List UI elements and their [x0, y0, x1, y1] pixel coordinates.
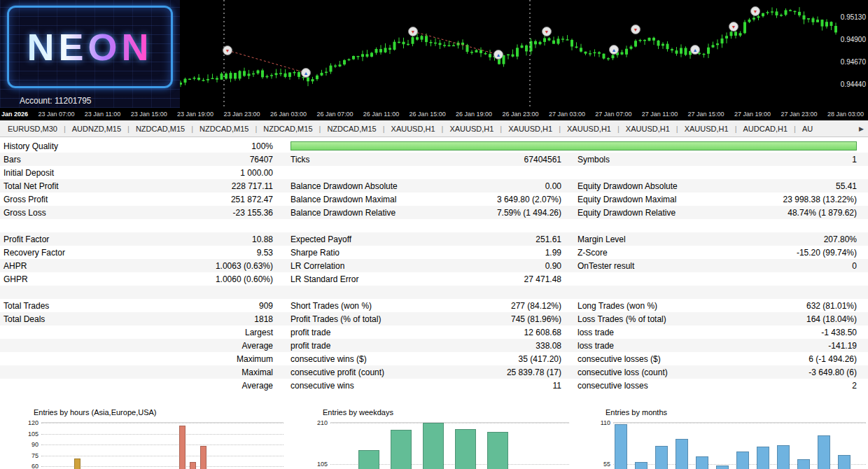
- report-tab[interactable]: NZDCAD,M15: [193, 125, 255, 133]
- stat-label: consecutive loss (count): [578, 368, 668, 377]
- stats-row: Averageconsecutive wins11consecutive los…: [0, 379, 868, 392]
- stat-value: 27 471.48: [524, 274, 561, 284]
- stat-label: Balance Drawdown Maximal: [290, 195, 396, 204]
- bar: [696, 456, 708, 469]
- stat-label: Total Trades: [4, 301, 49, 311]
- time-axis-label: 26 Jan 11:00: [363, 111, 399, 118]
- price-scale-label: 0.94440: [841, 80, 866, 88]
- stat-value: -3 649.80 (6): [808, 368, 857, 377]
- entries-by-hours-chart: Entries by hours (Asia,Europe,USA) 12010…: [24, 402, 284, 469]
- report-tab[interactable]: EURUSD,M30: [1, 125, 64, 133]
- entries-by-weekdays-chart: Entries by weekdays 210105: [314, 402, 569, 469]
- bar: [736, 451, 749, 469]
- stat-label: AHPR: [4, 261, 27, 271]
- bar: [179, 426, 186, 469]
- stat-label: Total Net Profit: [4, 181, 59, 191]
- trade-marker-sell[interactable]: ▼: [223, 46, 232, 55]
- stat-label: Gross Profit: [4, 195, 48, 204]
- trade-marker-buy[interactable]: ▲: [493, 50, 503, 59]
- stat-label: Profit Factor: [4, 234, 49, 244]
- report-tab[interactable]: XAUUSD,H1: [443, 125, 500, 133]
- stat-label: Equity Drawdown Maximal: [578, 195, 676, 204]
- stat-label: LR Correlation: [290, 261, 344, 271]
- stat-label: consecutive wins: [290, 381, 354, 391]
- entries-by-weekdays-plot: 210105: [330, 422, 569, 469]
- time-axis-label: 26 Jan 19:00: [456, 111, 492, 118]
- report-tab[interactable]: XAUUSD,H1: [502, 125, 559, 133]
- time-axis-label: 27 Jan 11:00: [642, 111, 678, 118]
- entries-by-months-plot: 11055: [613, 422, 866, 469]
- stat-label: Bars: [4, 155, 21, 164]
- report-tab[interactable]: NZDCAD,M15: [321, 125, 382, 133]
- trade-marker-buy[interactable]: ▲: [609, 45, 619, 55]
- time-axis-label: 27 Jan 15:00: [688, 111, 724, 118]
- time-axis-label: 23 Jan 23:00: [224, 111, 260, 118]
- stat-value: 228 717.11: [232, 181, 273, 191]
- price-chart[interactable]: NEON Account: 11201795 0.951300.949000.9…: [0, 0, 868, 120]
- y-axis-tick: 75: [23, 452, 38, 459]
- bar: [676, 439, 688, 469]
- bar: [757, 447, 769, 469]
- bar: [716, 465, 729, 469]
- stat-label: LR Standard Error: [290, 274, 358, 284]
- stat-value: 11: [553, 381, 561, 391]
- time-axis-label: Jan 2026: [1, 111, 28, 118]
- trade-marker-buy[interactable]: ▲: [690, 45, 700, 55]
- time-axis-label: 26 Jan 15:00: [410, 111, 446, 118]
- stats-row: History Quality100%: [0, 139, 868, 153]
- time-axis-label: 23 Jan 07:00: [38, 111, 74, 118]
- stat-value: 251 872.47: [231, 195, 273, 204]
- trade-marker-sell[interactable]: ▼: [750, 6, 760, 16]
- y-axis-tick: 105: [23, 430, 38, 438]
- stat-label: consecutive losses ($): [578, 354, 661, 364]
- stat-label: profit trade: [290, 341, 330, 351]
- price-scale-label: 0.94670: [841, 58, 866, 66]
- report-tab[interactable]: XAUUSD,H1: [385, 125, 442, 133]
- report-tab[interactable]: AUDCAD,H1: [737, 125, 794, 133]
- trade-marker-sell[interactable]: ▼: [729, 22, 738, 31]
- bar: [74, 458, 80, 469]
- time-axis-label: 23 Jan 19:00: [177, 111, 214, 118]
- stat-value: 25 839.78 (17): [507, 368, 561, 377]
- time-axis-label: 27 Jan 03:00: [549, 111, 585, 118]
- chart-title: Entries by hours (Asia,Europe,USA): [34, 408, 284, 417]
- trade-marker-sell[interactable]: ▼: [408, 27, 418, 36]
- y-axis-tick: 120: [23, 419, 38, 426]
- stat-value: 632 (81.01%): [806, 301, 857, 311]
- bar: [818, 435, 830, 469]
- tabs-scroll-right-icon[interactable]: ▶: [859, 125, 864, 132]
- report-tab[interactable]: XAUUSD,H1: [561, 125, 617, 133]
- stat-label: Balance Drawdown Relative: [290, 208, 396, 218]
- stat-value: Average: [242, 341, 273, 351]
- stats-row: Averageprofit trade338.08loss trade-141.…: [0, 339, 868, 352]
- price-scale-label: 0.94900: [841, 36, 866, 43]
- stats-row: Total Net Profit228 717.11Balance Drawdo…: [0, 179, 868, 192]
- stats-row: [0, 219, 868, 232]
- stats-row: AHPR1.0063 (0.63%)LR Correlation0.90OnTe…: [0, 259, 868, 272]
- report-tab[interactable]: AU: [796, 125, 819, 133]
- gridline: [41, 456, 284, 456]
- stat-value: Largest: [245, 328, 273, 337]
- trade-marker-sell[interactable]: ▼: [631, 24, 640, 34]
- stats-row: Recovery Factor9.53Sharpe Ratio1.99Z-Sco…: [0, 246, 868, 259]
- gridline: [330, 423, 569, 424]
- trade-marker-sell[interactable]: ▼: [542, 27, 552, 36]
- stat-label: Margin Level: [578, 234, 626, 244]
- report-tab[interactable]: XAUUSD,H1: [678, 125, 735, 133]
- bar: [190, 462, 196, 469]
- stat-label: Loss Trades (% of total): [578, 314, 666, 324]
- trade-marker-buy[interactable]: ▲: [301, 68, 311, 78]
- y-axis-tick: 210: [312, 419, 328, 426]
- report-tab[interactable]: NZDCAD,M15: [130, 125, 191, 133]
- report-tab[interactable]: XAUUSD,H1: [620, 125, 676, 133]
- stats-row: Bars76407Ticks67404561Symbols1: [0, 153, 868, 166]
- gridline: [613, 423, 866, 424]
- stat-value: 9.53: [257, 248, 273, 258]
- report-tab[interactable]: NZDCAD,M15: [257, 125, 318, 133]
- stats-row: Maximumconsecutive wins ($)35 (417.20)co…: [0, 352, 868, 365]
- stats-row: Initial Deposit1 000.00: [0, 166, 868, 179]
- report-tab[interactable]: AUDNZD,M15: [66, 125, 127, 133]
- gridline: [41, 444, 284, 445]
- stats-row: GHPR1.0060 (0.60%)LR Standard Error27 47…: [0, 272, 868, 286]
- stat-value: 251.61: [536, 234, 561, 244]
